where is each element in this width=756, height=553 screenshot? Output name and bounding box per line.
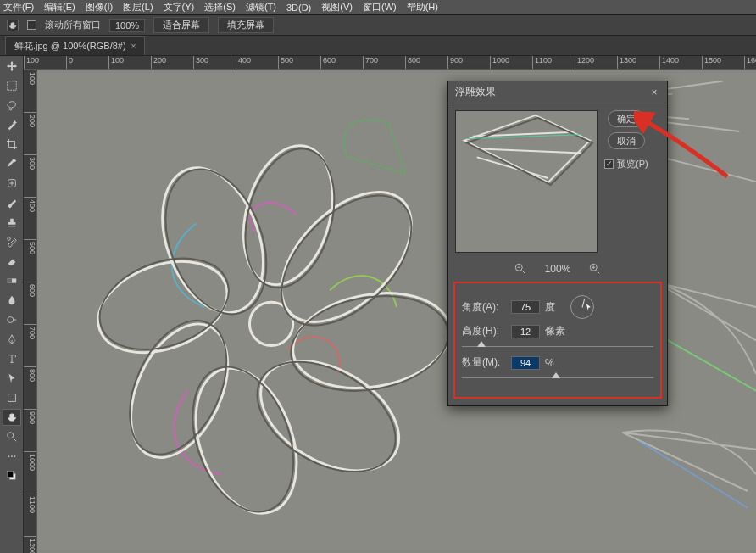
menu-help[interactable]: 帮助(H) <box>407 1 438 14</box>
filter-preview[interactable] <box>455 110 598 253</box>
zoom-out-icon[interactable] <box>514 263 526 275</box>
fit-screen-button[interactable]: 适合屏幕 <box>153 17 209 33</box>
fill-screen-button[interactable]: 填充屏幕 <box>218 17 274 33</box>
tools-panel <box>0 56 24 553</box>
menu-filter[interactable]: 滤镜(T) <box>246 1 276 14</box>
svg-point-9 <box>11 455 13 457</box>
menu-edit[interactable]: 编辑(E) <box>44 1 75 14</box>
angle-unit-label: 度 <box>545 300 555 315</box>
lasso-tool[interactable] <box>3 97 21 114</box>
height-unit-label: 像素 <box>545 324 565 338</box>
height-slider[interactable] <box>462 344 653 349</box>
type-tool[interactable] <box>3 350 21 367</box>
move-tool[interactable] <box>3 58 21 75</box>
height-label: 高度(H): <box>462 324 506 338</box>
document-tab[interactable]: 鲜花.jpg @ 100%(RGB/8#) × <box>5 36 145 55</box>
preview-zoom-value: 100% <box>545 263 571 275</box>
angle-dial[interactable] <box>570 295 594 319</box>
marquee-tool[interactable] <box>3 77 21 94</box>
parameters-highlighted-area: 角度(A): 度 高度(H): 像素 数量(M): % <box>453 282 662 399</box>
svg-point-8 <box>8 455 9 457</box>
eraser-tool[interactable] <box>3 253 21 270</box>
scroll-all-windows-checkbox[interactable] <box>27 20 36 30</box>
cursor-icon <box>585 303 593 313</box>
svg-rect-4 <box>7 278 11 282</box>
zoom-in-icon[interactable] <box>589 263 601 275</box>
crop-tool[interactable] <box>3 136 21 153</box>
pen-tool[interactable] <box>3 331 21 348</box>
svg-point-10 <box>14 455 15 457</box>
cancel-button[interactable]: 取消 <box>608 132 645 149</box>
menu-file[interactable]: 文件(F) <box>3 1 34 14</box>
document-tab-title: 鲜花.jpg @ 100%(RGB/8#) <box>14 40 126 53</box>
dialog-title-label: 浮雕效果 <box>455 85 496 99</box>
menu-select[interactable]: 选择(S) <box>204 1 236 14</box>
menu-image[interactable]: 图像(I) <box>86 1 113 14</box>
stamp-tool[interactable] <box>3 214 21 231</box>
amount-slider[interactable] <box>462 375 653 380</box>
heal-tool[interactable] <box>3 175 21 192</box>
svg-rect-6 <box>8 394 15 402</box>
svg-rect-31 <box>456 111 597 252</box>
horizontal-ruler: 1000100200300400500600700800900100011001… <box>24 56 756 70</box>
hand-tool[interactable] <box>3 409 21 426</box>
eyedropper-tool[interactable] <box>3 155 21 172</box>
wand-tool[interactable] <box>3 116 21 133</box>
blur-tool[interactable] <box>3 292 21 309</box>
height-input[interactable] <box>511 325 540 338</box>
ok-button[interactable]: 确定 <box>608 110 645 127</box>
svg-rect-0 <box>7 81 16 91</box>
menu-type[interactable]: 文字(Y) <box>164 1 195 14</box>
edit-toolbar[interactable] <box>3 448 21 465</box>
close-icon[interactable]: × <box>131 42 136 51</box>
menu-3d[interactable]: 3D(D) <box>286 3 311 13</box>
shape-tool[interactable] <box>3 389 21 406</box>
svg-point-7 <box>7 433 13 438</box>
vertical-ruler: 1002003004005006007008009001000110012001… <box>24 70 37 553</box>
menu-view[interactable]: 视图(V) <box>321 1 353 14</box>
close-icon[interactable]: × <box>648 87 660 98</box>
document-tabstrip: 鲜花.jpg @ 100%(RGB/8#) × <box>0 36 756 56</box>
menu-layer[interactable]: 图层(L) <box>123 1 153 14</box>
preview-checkbox-label: 预览(P) <box>617 158 648 170</box>
path-select-tool[interactable] <box>3 370 21 387</box>
amount-label: 数量(M): <box>462 355 506 370</box>
history-brush-tool[interactable] <box>3 233 21 250</box>
angle-input[interactable] <box>511 300 540 314</box>
svg-rect-12 <box>7 471 13 477</box>
zoom-percentage-field[interactable]: 100% <box>109 19 145 32</box>
scroll-all-windows-label: 滚动所有窗口 <box>45 19 101 31</box>
angle-label: 角度(A): <box>462 300 506 315</box>
svg-point-2 <box>7 237 10 241</box>
dodge-tool[interactable] <box>3 311 21 328</box>
main-menubar[interactable]: 文件(F) 编辑(E) 图像(I) 图层(L) 文字(Y) 选择(S) 滤镜(T… <box>0 0 756 15</box>
zoom-tool[interactable] <box>3 428 21 445</box>
fg-bg-swatch[interactable] <box>3 467 21 484</box>
preview-checkbox[interactable] <box>604 159 614 169</box>
svg-point-5 <box>7 317 13 323</box>
amount-unit-label: % <box>545 357 554 369</box>
gradient-tool[interactable] <box>3 272 21 289</box>
hand-tool-chip[interactable] <box>7 20 19 31</box>
brush-tool[interactable] <box>3 194 21 211</box>
menu-window[interactable]: 窗口(W) <box>363 1 397 14</box>
options-bar: 滚动所有窗口 100% 适合屏幕 填充屏幕 <box>0 15 756 36</box>
emboss-dialog: 浮雕效果 × 确定 取消 预览(P) <box>447 81 668 406</box>
amount-input[interactable] <box>511 356 540 370</box>
